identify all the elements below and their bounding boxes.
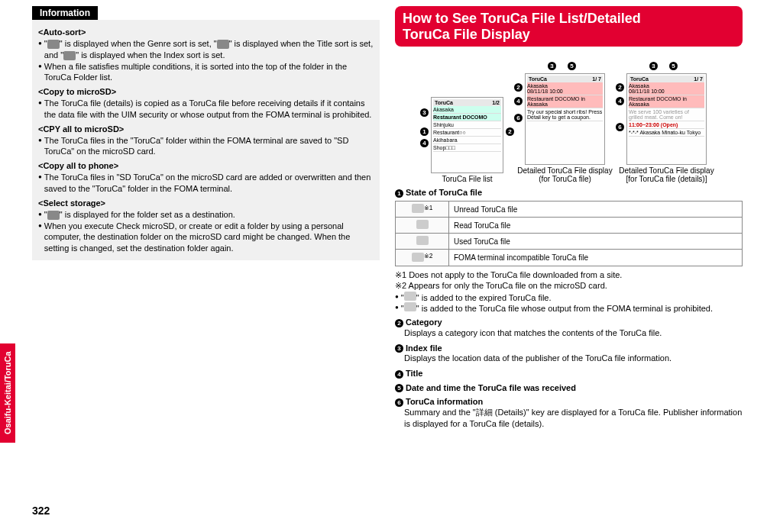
callout-6-icon: 6 <box>616 123 624 131</box>
fig-c-caption-l1: Detailed ToruCa File display <box>619 166 714 175</box>
right-column: How to See ToruCa File List/Detailed Tor… <box>395 6 743 501</box>
select-storage-heading: <Select storage> <box>38 198 374 209</box>
index-sort-icon <box>63 51 76 60</box>
cell-used: Used ToruCa file <box>449 234 743 250</box>
item-4-heading: 4Title <box>395 369 743 379</box>
page-number: 322 <box>32 505 50 517</box>
expired-icon <box>404 292 416 301</box>
table-row: Read ToruCa file <box>396 218 743 234</box>
callout-4-icon: 4 <box>616 97 624 105</box>
table-row: ※1 Unread ToruCa file <box>396 201 743 217</box>
title-sort-icon <box>217 40 229 49</box>
figure-detail-2: 3 5 2 4 6 ToruCa1/ 7 Akasaka08/11/18 10:… <box>619 62 714 183</box>
copy-all-phone-bullet-1: The ToruCa files in "SD ToruCa" on the m… <box>38 172 374 195</box>
note-bullet-expired: "" is added to the expired ToruCa file. <box>395 292 743 302</box>
callout-3-icon: 3 <box>649 62 658 70</box>
auto-sort-bullet-1: "" is displayed when the Genre sort is s… <box>38 38 374 61</box>
output-prohibited-icon <box>404 302 416 311</box>
select-storage-bullet-1: "" is displayed for the folder set as a … <box>38 209 374 221</box>
figure-toruca-list: 3 1 4 2 ToruCa1/2 Akasaka Restaurant DOC… <box>423 85 511 183</box>
callout-2-icon: 2 <box>616 83 624 92</box>
item-3-heading: 3Index file <box>395 343 743 353</box>
used-toruca-icon <box>416 236 429 245</box>
incompatible-toruca-icon <box>412 253 424 262</box>
state-table: ※1 Unread ToruCa file Read ToruCa file U… <box>395 201 743 266</box>
destination-folder-icon <box>47 211 60 220</box>
item-5-heading: 5Date and time the ToruCa file was recei… <box>395 383 743 393</box>
item-1-heading: 1State of ToruCa file <box>395 188 743 198</box>
callout-3-icon: 3 <box>420 108 429 117</box>
callout-6-icon: 6 <box>395 398 403 407</box>
fig-c-caption-l2: [for ToruCa file (details)] <box>619 175 714 183</box>
item-3-desc: Displays the location data of the publis… <box>404 353 743 364</box>
callout-2-icon: 2 <box>506 127 514 136</box>
phone-screen-detail-2: ToruCa1/ 7 Akasaka08/11/18 10:00 Restaur… <box>626 73 707 165</box>
copy-microsd-bullet-1: The ToruCa file (details) is copied as a… <box>38 98 374 121</box>
callout-1-icon: 1 <box>395 189 403 198</box>
select-storage-bullet-2: When you execute Check microSD, or creat… <box>38 221 374 255</box>
fig-b-caption-l1: Detailed ToruCa File display <box>517 166 613 175</box>
note-2: ※2 Appears for only the ToruCa file on t… <box>403 280 743 292</box>
auto-sort-heading: <Auto-sort> <box>38 27 374 38</box>
callout-4-icon: 4 <box>514 97 523 105</box>
item-2-desc: Displays a category icon that matches th… <box>404 327 743 339</box>
callout-5-icon: 5 <box>395 384 403 392</box>
cpy-all-microsd-bullet-1: The ToruCa files in the "ToruCa" folder … <box>38 135 374 158</box>
callout-4-icon: 4 <box>420 139 429 147</box>
note-1: ※1 Does not apply to the ToruCa file dow… <box>403 269 743 281</box>
callout-2-icon: 2 <box>514 83 523 92</box>
cell-read: Read ToruCa file <box>449 218 743 234</box>
callout-1-icon: 1 <box>420 127 429 136</box>
fig-b-caption-l2: (for ToruCa file) <box>517 175 613 183</box>
section-banner: How to See ToruCa File List/Detailed Tor… <box>395 6 743 47</box>
copy-microsd-heading: <Copy to microSD> <box>38 86 374 98</box>
callout-2-icon: 2 <box>395 319 403 327</box>
left-column: Information <Auto-sort> "" is displayed … <box>32 6 380 501</box>
callout-5-icon: 5 <box>669 62 678 70</box>
callout-4-icon: 4 <box>395 370 403 379</box>
read-toruca-icon <box>416 220 429 229</box>
genre-sort-icon <box>47 40 60 49</box>
table-row: ※2 FOMA terminal incompatible ToruCa fil… <box>396 250 743 266</box>
side-tab: Osaifu-Keitai/ToruCa <box>0 343 15 443</box>
note-bullet-prohibited: "" is added to the ToruCa file whose out… <box>395 302 743 313</box>
callout-5-icon: 5 <box>568 62 576 70</box>
item-2-heading: 2Category <box>395 318 743 327</box>
figure-detail-1: 3 5 2 4 6 ToruCa1/ 7 Akasaka08/11/18 10:… <box>517 62 613 183</box>
callout-3-icon: 3 <box>395 344 403 353</box>
item-6-desc: Summary and the "詳細 (Details)" key are d… <box>404 407 743 430</box>
item-6-heading: 6ToruCa information <box>395 397 743 407</box>
table-row: Used ToruCa file <box>396 234 743 250</box>
table-notes: ※1 Does not apply to the ToruCa file dow… <box>395 269 743 314</box>
cell-unread: Unread ToruCa file <box>449 201 743 217</box>
figures-row: 3 1 4 2 ToruCa1/2 Akasaka Restaurant DOC… <box>395 62 743 183</box>
information-body: <Auto-sort> "" is displayed when the Gen… <box>32 20 380 260</box>
fig-a-caption: ToruCa File list <box>423 175 511 183</box>
copy-all-phone-heading: <Copy all to phone> <box>38 160 374 172</box>
unread-toruca-icon <box>412 204 424 213</box>
cell-incompatible: FOMA terminal incompatible ToruCa file <box>449 250 743 266</box>
phone-screen-list: ToruCa1/2 Akasaka Restaurant DOCOMO Shin… <box>431 97 503 173</box>
callout-6-icon: 6 <box>514 114 523 122</box>
information-header: Information <box>32 6 98 20</box>
cpy-all-microsd-heading: <CPY all to microSD> <box>38 124 374 135</box>
phone-screen-detail-1: ToruCa1/ 7 Akasaka08/11/18 10:00 Restaur… <box>525 73 605 165</box>
auto-sort-bullet-2: When a file satisfies multiple condition… <box>38 61 374 84</box>
callout-3-icon: 3 <box>548 62 556 70</box>
